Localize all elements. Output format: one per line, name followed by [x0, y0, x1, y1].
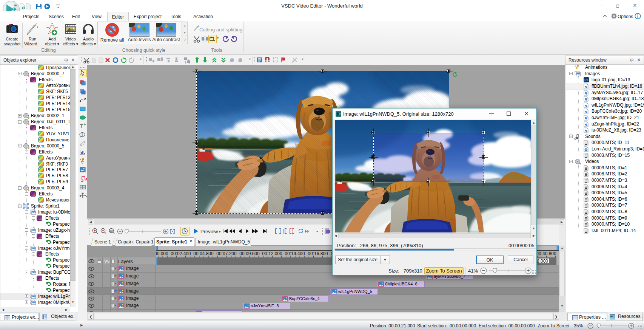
svg-text:00:16.800: 00:16.800	[308, 251, 328, 256]
svg-text:00:09.600: 00:09.600	[239, 251, 260, 256]
svg-text:100: 100	[110, 230, 113, 232]
svg-text:00:02.400: 00:02.400	[171, 251, 191, 256]
svg-text:T: T	[82, 133, 83, 136]
svg-text:00:14.400: 00:14.400	[285, 251, 305, 256]
svg-text:00:07.200: 00:07.200	[216, 251, 237, 256]
svg-text:Ps: Ps	[584, 78, 589, 82]
svg-text:00:12.000: 00:12.000	[262, 251, 282, 256]
svg-text:00:00.000: 00:00.000	[156, 251, 168, 256]
svg-text:00:04.800: 00:04.800	[193, 251, 214, 256]
svg-text:00:40.800: 00:40.800	[536, 251, 556, 256]
svg-text:T: T	[80, 124, 83, 129]
